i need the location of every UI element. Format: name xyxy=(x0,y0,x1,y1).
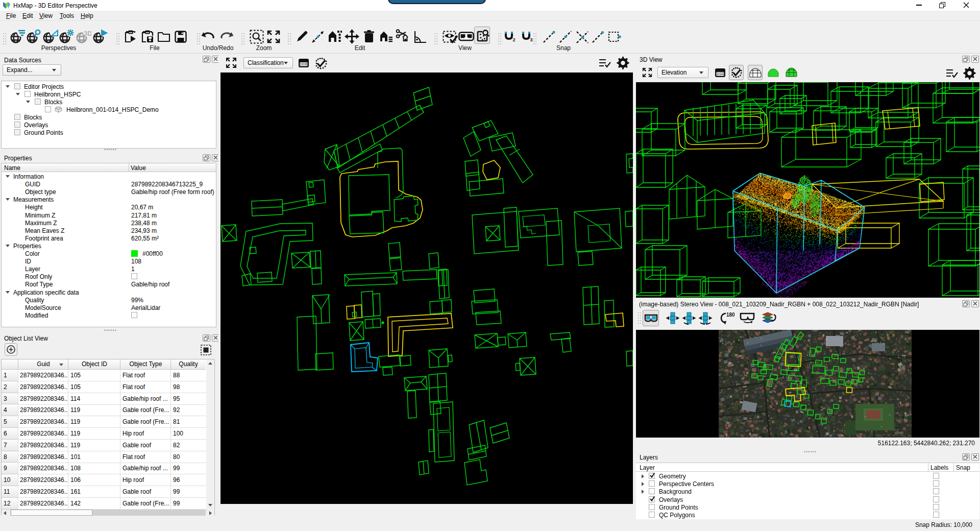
svg-text:180: 180 xyxy=(726,312,735,318)
svg-text:3D: 3D xyxy=(84,30,91,37)
svg-text:3: 3 xyxy=(530,37,533,42)
svg-text:2: 2 xyxy=(513,37,516,42)
